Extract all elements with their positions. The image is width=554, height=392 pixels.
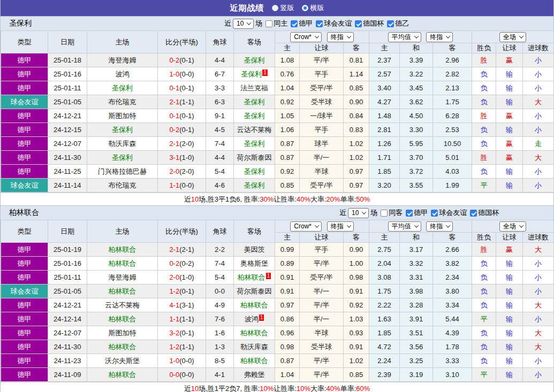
league-filter[interactable]: 德国杯 [355,19,384,28]
match-row: 德甲24-11-23沃尔夫斯堡1-0(0-0)8-5柏林联合0.87平/半1.0… [1,354,554,368]
avg-away-odds: 3.34 [433,298,472,312]
match-row: 德甲25-01-11圣保利0-1(0-1)3-3法兰克福1.04受平/半0.85… [1,81,554,95]
handicap-away-odds: 1.14 [344,67,369,81]
checkbox-checked-icon[interactable] [291,20,298,27]
radio-unselected-icon[interactable] [272,5,278,11]
home-team: 柏林联合 [87,285,158,298]
checkbox-checked-icon[interactable] [431,210,438,217]
handicap-home-odds: 0.86 [275,312,300,326]
avg-time-select[interactable]: 终指 [426,32,453,42]
handicap-away-odds: 0.91 [344,340,369,354]
team-name: 勒沃库森 [240,343,268,351]
match-date: 24-11-09 [48,368,87,382]
avg-home-odds: 2.37 [369,53,400,67]
match-date: 24-12-07 [48,137,87,151]
avg-away-odds: 5.44 [433,312,472,326]
filter-near-label: 近 [224,19,231,28]
radio-selected-icon[interactable] [302,5,308,11]
odds-source-select[interactable]: Crow* [290,221,322,232]
avg-time-select[interactable]: 终指 [426,221,453,232]
match-count-select[interactable]: 10 [348,208,369,218]
result-handicap: 输 [496,257,523,271]
match-date: 25-01-19 [48,243,87,257]
odds-time-select[interactable]: 终指 [327,221,354,232]
avg-source-select[interactable]: 平均值 [388,32,421,42]
summary-part: 大率: [310,384,327,392]
match-count-select[interactable]: 10 [233,19,254,29]
col-handicap: 让球 [300,233,344,243]
same-venue-filter[interactable]: 同主 [265,19,287,28]
title-bar: 近期战绩 竖版 横版 [1,0,553,16]
home-team: 布伦瑞克 [87,95,158,109]
home-team: 圣保利 [87,123,158,137]
team-name: 荷尔斯泰因 [237,153,272,162]
layout-option-horizontal[interactable]: 横版 [302,3,324,13]
odds-time-select[interactable]: 终指 [327,32,354,42]
result-goals: 小 [523,109,554,123]
result-handicap: 输 [496,165,523,179]
period-select[interactable]: 全场 [499,32,526,42]
match-date: 24-11-14 [48,179,87,193]
corner-score: 4-9 [206,298,234,312]
same-venue-filter[interactable]: 同客 [381,208,403,218]
halftime-score: (2-0) [179,167,194,175]
checkbox-unchecked-icon[interactable] [381,210,388,217]
col-home-odds: 主 [275,43,300,53]
team-name: 云达不莱梅 [237,126,272,134]
handicap-line: 平/半 [300,354,344,368]
league-filter[interactable]: 德乙 [387,19,409,28]
league-filter[interactable]: 球会友谊 [316,19,352,28]
avg-home-odds: 1.48 [369,109,400,123]
avg-home-odds: 2.81 [369,123,400,137]
corner-score: 4-6 [206,179,234,193]
checkbox-checked-icon[interactable] [316,20,323,27]
avg-home-odds: 4.72 [369,340,400,354]
layout-option-vertical[interactable]: 竖版 [272,3,294,13]
checkbox-checked-icon[interactable] [387,20,394,27]
corner-score: 6-7 [206,67,234,81]
league-filter-label: 球会友谊 [439,208,467,218]
avg-away-odds: 5.01 [433,151,472,165]
col-avg-home: 主 [369,233,400,243]
fulltime-score: 1-2 [169,343,179,351]
handicap-line: 半球 [300,326,344,340]
period-select[interactable]: 全场 [499,221,526,232]
result-goals: 小 [523,67,554,81]
league-type-badge: 德甲 [1,340,48,354]
away-team: 圣保利 [234,109,275,123]
league-type-badge: 德甲 [1,368,48,382]
avg-away-odds: 1.75 [433,95,472,109]
team-name: 奥格斯堡 [240,259,268,267]
avg-draw-odds: 3.98 [400,285,433,298]
home-team: 柏林联合 [87,340,158,354]
summary-part: 40% [297,195,310,203]
odds-source-select[interactable]: Crow* [290,32,322,42]
avg-away-odds: 2.34 [433,271,472,285]
fulltime-score: 2-1 [169,245,179,253]
result-handicap: 输 [496,123,523,137]
result-wdl: 负 [472,257,496,271]
checkbox-checked-icon[interactable] [406,210,413,217]
checkbox-unchecked-icon[interactable] [265,20,272,27]
league-filter[interactable]: 德甲 [291,19,313,28]
checkbox-checked-icon[interactable] [355,20,362,27]
away-team: 圣保利 [234,165,275,179]
result-goals: 大 [523,243,554,257]
match-count-value: 10 [352,209,359,217]
handicap-home-odds: 0.76 [275,67,300,81]
league-type-badge: 德甲 [1,109,48,123]
league-filter[interactable]: 德甲 [406,208,428,218]
handicap-line: 半球 [300,165,344,179]
avg-source-select[interactable]: 平均值 [388,221,421,232]
league-filter[interactable]: 球会友谊 [431,208,467,218]
match-date: 25-01-05 [48,285,87,298]
checkbox-checked-icon[interactable] [470,210,477,217]
col-date: 日期 [48,31,87,53]
league-filter[interactable]: 德国杯 [470,208,499,218]
avg-home-odds: 1.85 [369,326,400,340]
match-date: 25-01-16 [48,257,87,271]
corner-score: 7-4 [206,257,234,271]
col-type: 类型 [1,31,48,53]
avg-home-odds: 2.24 [369,354,400,368]
team-section-bar: 柏林联合 近 10 场 同客 德甲球会友谊德国杯 [1,205,553,220]
